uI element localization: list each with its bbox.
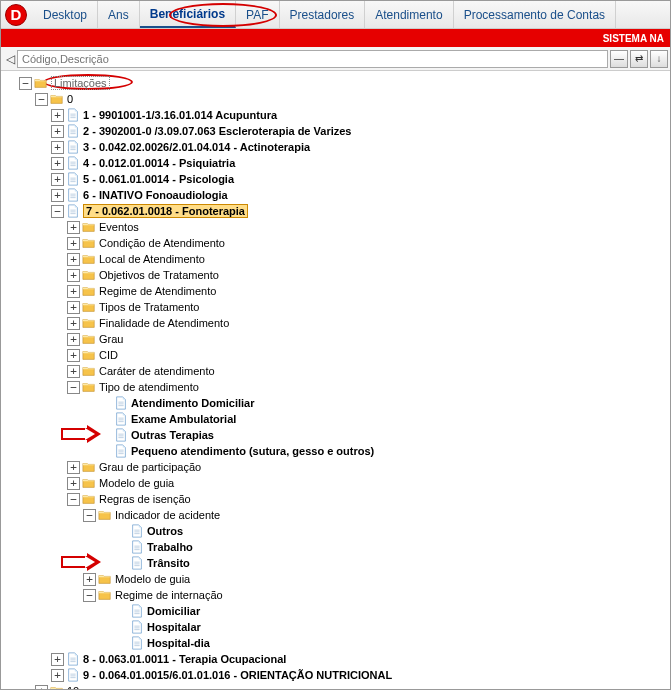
file-icon <box>66 172 80 186</box>
expander-icon[interactable]: + <box>67 269 80 282</box>
tree-item[interactable]: +4 - 0.012.01.0014 - Psiquiatria <box>3 155 668 171</box>
tree-item[interactable]: +9 - 0.064.01.0015/6.01.01.016 - ORIENTA… <box>3 667 668 683</box>
tree-item[interactable]: +Condição de Atendimento <box>3 235 668 251</box>
expander-icon[interactable]: − <box>51 205 64 218</box>
tree-group[interactable]: − 0 <box>3 91 668 107</box>
tree-item[interactable]: +Objetivos de Tratamento <box>3 267 668 283</box>
file-icon <box>130 540 144 554</box>
tab-atendimento[interactable]: Atendimento <box>365 1 453 28</box>
tree-item[interactable]: +Grau <box>3 331 668 347</box>
expander-icon[interactable]: + <box>51 173 64 186</box>
expander-icon[interactable]: + <box>67 349 80 362</box>
tab-prestadores[interactable]: Prestadores <box>280 1 366 28</box>
tree-item[interactable]: Trânsito <box>3 555 668 571</box>
tab-desktop[interactable]: Desktop <box>33 1 98 28</box>
expander-icon[interactable]: + <box>51 653 64 666</box>
folder-icon <box>82 364 96 378</box>
expander-icon[interactable]: − <box>67 381 80 394</box>
file-icon <box>66 652 80 666</box>
expander-icon[interactable]: − <box>83 509 96 522</box>
folder-icon <box>82 284 96 298</box>
tree-item[interactable]: Hospitalar <box>3 619 668 635</box>
system-status-bar: SISTEMA NA <box>1 29 670 47</box>
tree-root[interactable]: − Limitações <box>3 75 668 91</box>
tree-item[interactable]: +Finalidade de Atendimento <box>3 315 668 331</box>
folder-icon <box>82 380 96 394</box>
folder-icon <box>82 476 96 490</box>
file-icon <box>130 556 144 570</box>
tree-item[interactable]: Pequeno atendimento (sutura, gesso e out… <box>3 443 668 459</box>
file-icon <box>66 156 80 170</box>
tree-item[interactable]: +Modelo de guia <box>3 475 668 491</box>
expander-icon[interactable]: + <box>35 685 48 690</box>
tree-item[interactable]: +8 - 0.063.01.0011 - Terapia Ocupacional <box>3 651 668 667</box>
tree-item[interactable]: +Caráter de atendimento <box>3 363 668 379</box>
expander-icon[interactable]: + <box>51 125 64 138</box>
swap-button[interactable]: ⇄ <box>630 50 648 68</box>
expander-icon[interactable]: − <box>35 93 48 106</box>
tab-paf[interactable]: PAF <box>236 1 279 28</box>
expander-icon[interactable]: − <box>83 589 96 602</box>
tree-item[interactable]: +3 - 0.042.02.0026/2.01.04.014 - Actinot… <box>3 139 668 155</box>
expander-icon[interactable]: + <box>51 157 64 170</box>
tree-item[interactable]: Outras Terapias <box>3 427 668 443</box>
tree-item[interactable]: Domiciliar <box>3 603 668 619</box>
file-icon <box>114 412 128 426</box>
tab-processamento[interactable]: Processamento de Contas <box>454 1 616 28</box>
expander-icon[interactable]: + <box>67 333 80 346</box>
expander-icon[interactable]: + <box>51 109 64 122</box>
down-button[interactable]: ↓ <box>650 50 668 68</box>
expander-icon[interactable]: + <box>67 461 80 474</box>
tree-item[interactable]: +6 - INATIVO Fonoaudiologia <box>3 187 668 203</box>
file-icon <box>130 524 144 538</box>
expander-icon[interactable]: + <box>67 301 80 314</box>
tab-ans[interactable]: Ans <box>98 1 140 28</box>
tree-group-10[interactable]: + 10 <box>3 683 668 689</box>
tree-item[interactable]: Exame Ambulatorial <box>3 411 668 427</box>
expander-icon[interactable]: − <box>19 77 32 90</box>
file-icon <box>114 396 128 410</box>
expander-icon[interactable]: + <box>67 285 80 298</box>
folder-icon <box>82 316 96 330</box>
tree-item[interactable]: +CID <box>3 347 668 363</box>
tree-folder-indicador[interactable]: − Indicador de acidente <box>3 507 668 523</box>
tree-item[interactable]: +1 - 9901001-1/3.16.01.014 Acupuntura <box>3 107 668 123</box>
tree-folder-modelo2[interactable]: + Modelo de guia <box>3 571 668 587</box>
tree-item[interactable]: +Local de Atendimento <box>3 251 668 267</box>
back-icon[interactable]: ◁ <box>3 52 17 66</box>
expander-icon[interactable]: + <box>51 189 64 202</box>
folder-icon <box>82 220 96 234</box>
tree-item[interactable]: +Regime de Atendimento <box>3 283 668 299</box>
expander-icon[interactable]: + <box>67 253 80 266</box>
folder-icon <box>82 252 96 266</box>
tree-item-selected[interactable]: − 7 - 0.062.01.0018 - Fonoterapia <box>3 203 668 219</box>
expander-icon[interactable]: − <box>67 493 80 506</box>
tree-item[interactable]: Hospital-dia <box>3 635 668 651</box>
expander-icon[interactable]: + <box>67 477 80 490</box>
expander-icon[interactable]: + <box>51 669 64 682</box>
tab-beneficiarios[interactable]: Beneficiários <box>140 1 236 28</box>
tree-item[interactable]: +5 - 0.061.01.0014 - Psicologia <box>3 171 668 187</box>
search-input[interactable] <box>17 50 608 68</box>
tree-folder-regime[interactable]: − Regime de internação <box>3 587 668 603</box>
tree-view[interactable]: − Limitações − 0 +1 - 9901001-1/3.16.01.… <box>1 71 670 689</box>
tree-folder-tipo[interactable]: − Tipo de atendimento <box>3 379 668 395</box>
tree-item[interactable]: +2 - 3902001-0 /3.09.07.063 Escleroterap… <box>3 123 668 139</box>
tree-item[interactable]: Atendimento Domiciliar <box>3 395 668 411</box>
tree-folder-regras[interactable]: − Regras de isenção <box>3 491 668 507</box>
expander-icon[interactable]: + <box>83 573 96 586</box>
folder-icon <box>82 236 96 250</box>
folder-icon <box>98 572 112 586</box>
tree-item[interactable]: +Eventos <box>3 219 668 235</box>
expander-icon[interactable]: + <box>67 317 80 330</box>
tree-item[interactable]: +Tipos de Tratamento <box>3 299 668 315</box>
tree-item[interactable]: Outros <box>3 523 668 539</box>
expander-icon[interactable]: + <box>67 221 80 234</box>
expander-icon[interactable]: + <box>67 365 80 378</box>
expander-icon[interactable]: + <box>67 237 80 250</box>
expander-icon[interactable]: + <box>51 141 64 154</box>
collapse-button[interactable]: — <box>610 50 628 68</box>
file-icon <box>114 444 128 458</box>
tree-item[interactable]: +Grau de participação <box>3 459 668 475</box>
tree-item[interactable]: Trabalho <box>3 539 668 555</box>
